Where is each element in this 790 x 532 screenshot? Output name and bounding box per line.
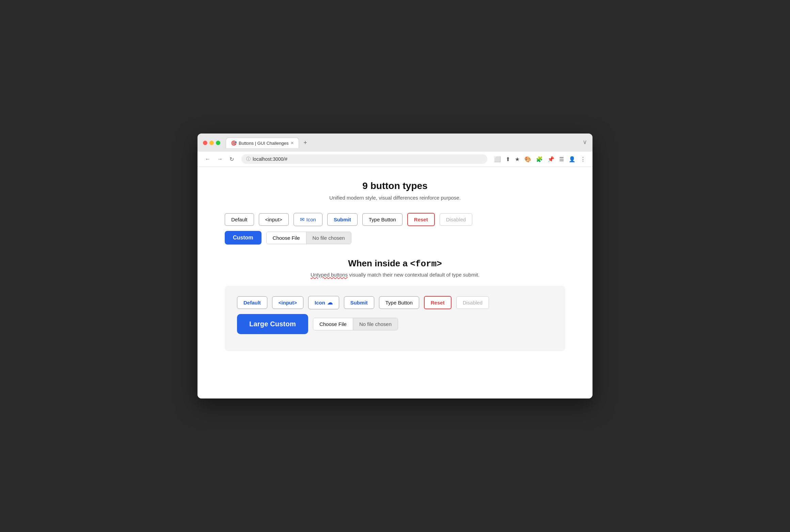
bookmark-icon[interactable]: ★ <box>514 155 521 164</box>
form-file-input-wrapper: Choose File No file chosen <box>313 318 398 330</box>
new-tab-button[interactable]: + <box>300 138 310 147</box>
button-row-2: Custom Choose File No file chosen <box>225 231 565 245</box>
form-button-row-2: Large Custom Choose File No file chosen <box>237 314 553 334</box>
reset-button[interactable]: Reset <box>407 213 435 226</box>
page-content: 9 button types Unified modern style, vis… <box>198 167 592 398</box>
share-icon[interactable]: ⬆ <box>504 155 511 164</box>
title-bar: 🎯 Buttons | GUI Challenges ✕ + ∨ <box>198 134 592 152</box>
traffic-lights <box>203 141 220 145</box>
nav-actions: ⬜ ⬆ ★ 🎨 🧩 📌 ☰ 👤 ⋮ <box>493 155 587 164</box>
button-row-1: Default <input> ✉ Icon Submit Type Butto… <box>225 213 565 226</box>
custom-button[interactable]: Custom <box>225 231 262 245</box>
form-default-button[interactable]: Default <box>237 296 267 309</box>
section2-subtitle: Untyped buttons visually match their new… <box>225 272 565 278</box>
close-button[interactable] <box>203 141 207 145</box>
section2-title: When inside a <form> <box>225 258 565 269</box>
form-type-button-button[interactable]: Type Button <box>379 296 419 309</box>
form-button-row-1: Default <input> Icon ☁ Submit Type Butto… <box>237 296 553 309</box>
file-input-wrapper: Choose File No file chosen <box>266 232 351 244</box>
address-lock-icon: ⓘ <box>246 156 251 162</box>
disabled-button: Disabled <box>440 213 472 226</box>
form-disabled-button: Disabled <box>456 296 489 309</box>
cloud-icon: ☁ <box>327 299 333 306</box>
window-controls: ∨ <box>583 138 587 146</box>
active-tab[interactable]: 🎯 Buttons | GUI Challenges ✕ <box>226 138 299 148</box>
untyped-text: Untyped buttons <box>311 272 348 278</box>
reload-button[interactable]: ↻ <box>227 155 236 164</box>
form-section: Default <input> Icon ☁ Submit Type Butto… <box>225 286 565 351</box>
extension-icon[interactable]: 🎨 <box>523 155 533 164</box>
tab-close-button[interactable]: ✕ <box>290 141 294 145</box>
type-button-button[interactable]: Type Button <box>362 213 402 226</box>
page-title: 9 button types <box>225 181 565 191</box>
large-custom-button[interactable]: Large Custom <box>237 314 308 334</box>
back-button[interactable]: ← <box>203 155 212 163</box>
choose-file-button[interactable]: Choose File <box>267 232 306 244</box>
forward-button[interactable]: → <box>215 155 225 163</box>
page-subtitle: Unified modern style, visual differences… <box>225 195 565 201</box>
external-link-icon[interactable]: ⬜ <box>493 155 502 164</box>
sidebar-icon[interactable]: ☰ <box>558 155 565 164</box>
tabs-row: 🎯 Buttons | GUI Challenges ✕ + <box>226 138 580 148</box>
file-no-chosen-label: No file chosen <box>306 232 351 244</box>
tab-title: Buttons | GUI Challenges <box>239 141 288 146</box>
submit-button[interactable]: Submit <box>327 213 358 226</box>
form-reset-button[interactable]: Reset <box>424 296 452 309</box>
icon-button[interactable]: ✉ Icon <box>294 213 322 226</box>
form-icon-button[interactable]: Icon ☁ <box>308 296 339 309</box>
form-submit-button[interactable]: Submit <box>344 296 374 309</box>
default-button[interactable]: Default <box>225 213 254 226</box>
puzzle-icon[interactable]: 🧩 <box>535 155 544 164</box>
maximize-button[interactable] <box>216 141 220 145</box>
browser-window: 🎯 Buttons | GUI Challenges ✕ + ∨ ← → ↻ ⓘ… <box>198 134 592 398</box>
address-text: localhost:3000/# <box>253 156 287 162</box>
address-bar[interactable]: ⓘ localhost:3000/# <box>241 154 487 164</box>
pin-icon[interactable]: 📌 <box>546 155 556 164</box>
form-input-button[interactable]: <input> <box>272 296 303 309</box>
nav-bar: ← → ↻ ⓘ localhost:3000/# ⬜ ⬆ ★ 🎨 🧩 📌 ☰ 👤… <box>198 152 592 167</box>
minimize-button[interactable] <box>209 141 214 145</box>
form-choose-file-button[interactable]: Choose File <box>313 318 353 330</box>
email-icon: ✉ <box>300 216 304 223</box>
profile-icon[interactable]: 👤 <box>567 155 577 164</box>
form-file-no-chosen-label: No file chosen <box>353 318 398 330</box>
menu-icon[interactable]: ⋮ <box>579 155 587 164</box>
tab-favicon: 🎯 <box>231 140 237 146</box>
input-button[interactable]: <input> <box>259 213 289 226</box>
